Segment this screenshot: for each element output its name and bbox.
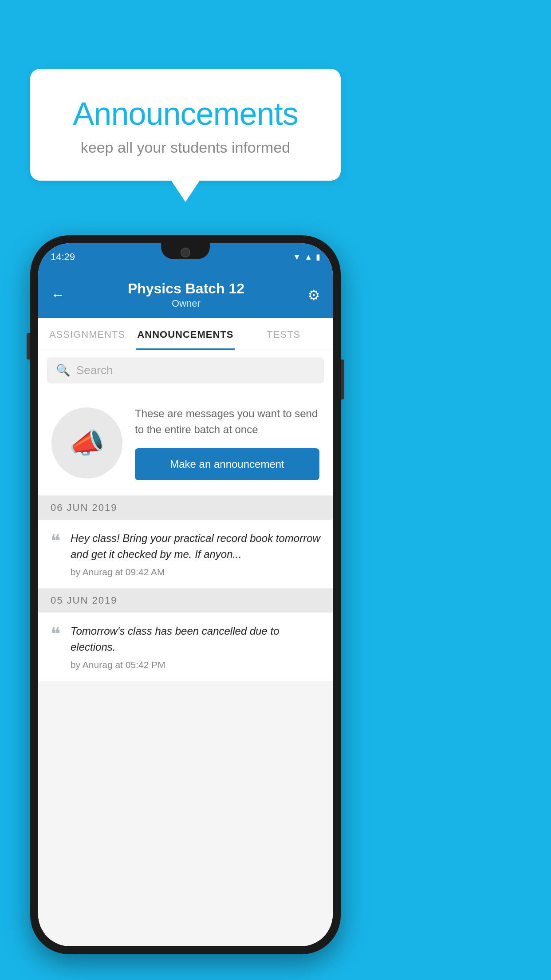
make-announcement-button[interactable]: Make an announcement bbox=[135, 448, 319, 480]
tabs-bar: ASSIGNMENTS ANNOUNCEMENTS TESTS bbox=[38, 318, 333, 350]
promo-description: These are messages you want to send to t… bbox=[135, 406, 319, 438]
status-bar: 14:29 ▼ ▲ ▮ bbox=[38, 243, 333, 271]
announcement-content-1: Hey class! Bring your practical record b… bbox=[71, 530, 320, 577]
tab-assignments[interactable]: ASSIGNMENTS bbox=[38, 318, 136, 350]
announcement-meta-2: by Anurag at 05:42 PM bbox=[71, 660, 320, 670]
status-icons-group: ▼ ▲ ▮ bbox=[293, 252, 320, 262]
quote-icon-1: ❝ bbox=[51, 532, 61, 551]
settings-button[interactable]: ⚙ bbox=[307, 287, 320, 304]
tab-announcements[interactable]: ANNOUNCEMENTS bbox=[136, 318, 234, 350]
promo-text-area: These are messages you want to send to t… bbox=[135, 406, 319, 480]
phone-notch bbox=[161, 243, 210, 259]
promo-icon-circle: 📣 bbox=[51, 407, 122, 478]
phone-outer-shell: 14:29 ▼ ▲ ▮ ← Physics Batch 12 Owner ⚙ bbox=[30, 235, 341, 954]
phone-screen: 14:29 ▼ ▲ ▮ ← Physics Batch 12 Owner ⚙ bbox=[38, 243, 333, 946]
app-header: ← Physics Batch 12 Owner ⚙ bbox=[38, 271, 333, 318]
announcement-message-2: Tomorrow's class has been cancelled due … bbox=[71, 623, 320, 655]
promo-card: 📣 These are messages you want to send to… bbox=[38, 391, 333, 496]
megaphone-icon: 📣 bbox=[69, 427, 105, 460]
announcement-item-2[interactable]: ❝ Tomorrow's class has been cancelled du… bbox=[38, 612, 333, 681]
battery-icon: ▮ bbox=[316, 252, 320, 262]
wifi-icon: ▼ bbox=[293, 253, 301, 262]
quote-icon-2: ❝ bbox=[51, 625, 61, 644]
header-subtitle: Owner bbox=[128, 298, 244, 309]
phone-side-button-left bbox=[27, 333, 30, 360]
announcement-item-1[interactable]: ❝ Hey class! Bring your practical record… bbox=[38, 520, 333, 589]
search-icon: 🔍 bbox=[56, 364, 70, 377]
announcement-meta-1: by Anurag at 09:42 AM bbox=[71, 567, 320, 577]
announcement-content-2: Tomorrow's class has been cancelled due … bbox=[71, 623, 320, 670]
signal-icon: ▲ bbox=[304, 253, 312, 262]
content-area: 🔍 Search 📣 These are messages you want t… bbox=[38, 350, 333, 946]
date-label-jun6: 06 JUN 2019 bbox=[51, 502, 117, 514]
bubble-title: Announcements bbox=[52, 95, 319, 132]
search-bar-container: 🔍 Search bbox=[38, 350, 333, 391]
bubble-subtitle: keep all your students informed bbox=[52, 139, 319, 156]
back-button[interactable]: ← bbox=[51, 287, 65, 303]
announcement-message-1: Hey class! Bring your practical record b… bbox=[71, 530, 320, 562]
search-bar[interactable]: 🔍 Search bbox=[47, 357, 324, 383]
header-center: Physics Batch 12 Owner bbox=[128, 281, 244, 309]
status-time: 14:29 bbox=[51, 251, 75, 263]
tab-tests[interactable]: TESTS bbox=[235, 318, 333, 350]
phone-mockup: 14:29 ▼ ▲ ▮ ← Physics Batch 12 Owner ⚙ bbox=[30, 235, 341, 954]
phone-side-button-right bbox=[341, 360, 344, 399]
speech-bubble-section: Announcements keep all your students inf… bbox=[30, 69, 341, 202]
date-separator-jun6: 06 JUN 2019 bbox=[38, 496, 333, 520]
search-placeholder: Search bbox=[76, 364, 113, 377]
date-separator-jun5: 05 JUN 2019 bbox=[38, 589, 333, 612]
phone-camera bbox=[181, 248, 190, 257]
speech-bubble-card: Announcements keep all your students inf… bbox=[30, 69, 341, 181]
header-title: Physics Batch 12 bbox=[128, 281, 244, 297]
date-label-jun5: 05 JUN 2019 bbox=[51, 595, 117, 606]
bubble-tail bbox=[171, 181, 200, 202]
